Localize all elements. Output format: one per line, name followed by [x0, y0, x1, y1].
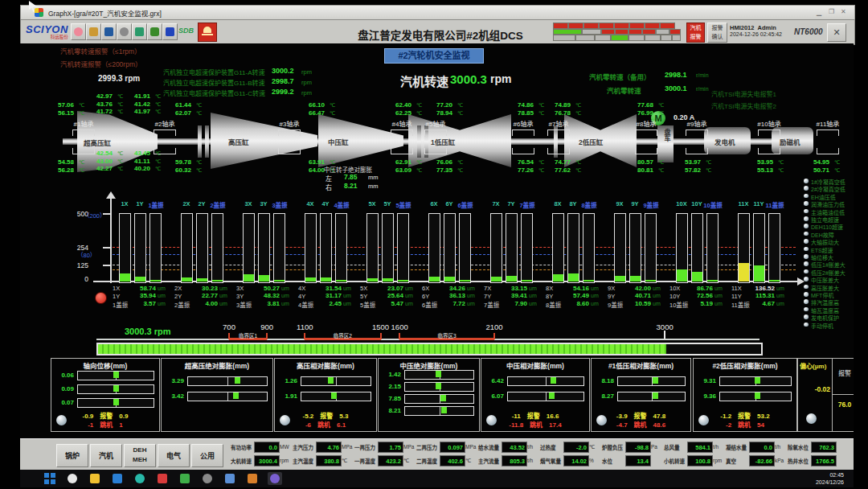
gear-icon-glyph	[120, 27, 129, 36]
bearing-bracket-bot-11	[817, 148, 839, 154]
temp-unit: ℃	[457, 159, 463, 166]
maximize-icon[interactable]: ❐	[829, 8, 834, 15]
tools-icon[interactable]	[86, 23, 101, 40]
bearing-label-11: #11轴承	[814, 119, 841, 126]
vib-bar-fill	[677, 269, 687, 281]
zero-backup-value: 2998.1	[665, 71, 687, 79]
panel-row-bar	[301, 392, 371, 401]
vib-val-unit: um	[529, 301, 537, 306]
panel-trip-row: -2跳机54	[694, 420, 796, 428]
alarm-grid-cell	[553, 23, 568, 29]
taskbar-app-icon-0[interactable]	[65, 472, 80, 485]
bearing-10-bottom-temp: 55.13℃	[757, 166, 792, 174]
trip-label: 跳机	[317, 421, 330, 429]
session-date: 2024-12-26	[730, 31, 759, 37]
vib-bar-fill	[491, 277, 502, 281]
vib-val-number: 36.13	[438, 292, 465, 299]
minimize-icon[interactable]: ▁	[817, 9, 821, 16]
temp-unit: ℃	[155, 166, 161, 172]
nav-button-电气[interactable]: 电气	[158, 444, 190, 467]
taskbar-app-icon-5[interactable]	[178, 472, 192, 485]
alarm-grid-cell	[628, 35, 645, 41]
param-value: -2.0	[564, 444, 587, 451]
param-unit: ℃	[465, 458, 478, 465]
start-button[interactable]	[44, 473, 55, 484]
ets-item-label: 手动停机	[811, 322, 833, 330]
close-screen-button[interactable]: ✕	[827, 23, 846, 42]
alarm-ack-button[interactable]: 报警 确认	[707, 23, 727, 43]
gear-icon[interactable]	[117, 23, 132, 40]
bearing-bracket-top-1	[72, 129, 95, 136]
ets-indicator-circle	[804, 209, 809, 214]
temp-unit: ℃	[575, 110, 581, 117]
bell-base	[202, 34, 213, 35]
temp-unit: ℃	[117, 93, 123, 100]
ets-indicator-circle	[804, 269, 809, 274]
nav-button-DEHMEH[interactable]: DEHMEH	[124, 444, 156, 467]
screen-icon[interactable]	[132, 23, 147, 40]
vib-val-number: 22.77	[190, 292, 218, 299]
vib-val-number: 4.00	[190, 300, 218, 307]
monitor-icon[interactable]	[101, 23, 117, 40]
alarm-high: 16.6	[547, 413, 559, 420]
taskbar-app-icon-7[interactable]	[223, 472, 237, 485]
panel-row-bar	[187, 392, 268, 401]
close-window-icon[interactable]: ✕	[841, 8, 846, 15]
param-value: 3000.4	[255, 458, 277, 465]
bearing-3-top-temp: 66.10℃	[309, 101, 344, 109]
turbine-alarm-box[interactable]: 汽机 报警	[686, 23, 705, 43]
vib-val-unit: um	[281, 301, 289, 306]
ja-icon[interactable]	[162, 23, 178, 40]
param-unit: MW	[280, 444, 293, 451]
bearing-bracket-top-3	[278, 129, 301, 136]
bearing-5-top-temp: 78.94℃	[436, 109, 472, 117]
param-value: 762.3	[812, 444, 834, 451]
param-value: 1.75	[379, 444, 401, 451]
bar-center-tick	[227, 377, 228, 385]
vib-val-unit: um	[776, 301, 784, 306]
sdb-label[interactable]: SDB	[178, 27, 196, 38]
taskbar-app-icon-9[interactable]	[268, 472, 282, 485]
temp-value: 53.97	[685, 158, 701, 166]
bearing-2-bottom-temp: 59.78℃	[175, 158, 211, 166]
vib-bar-fill	[754, 265, 764, 281]
alarm-grid-cell	[582, 29, 601, 35]
alarm-label: 报警	[527, 413, 540, 420]
temp-unit: ℃	[457, 102, 463, 109]
vib-val-unit: um	[467, 293, 475, 298]
param-value-box: 380.8	[316, 455, 342, 466]
panel-status-circle	[486, 415, 497, 425]
taskbar-app-icon-6[interactable]	[200, 472, 215, 485]
speed-unit: rpm	[490, 72, 511, 85]
param-value-box: 0.0	[254, 442, 280, 453]
vib-val-number: 50.27	[252, 285, 280, 292]
taskbar-app-icon-4[interactable]	[155, 472, 170, 485]
nav-button-汽机[interactable]: 汽机	[90, 444, 122, 467]
taskbar-app-icon-2[interactable]	[110, 472, 125, 485]
alarm-bell-button[interactable]	[198, 23, 217, 42]
bearing-4-bottom-temp: 63.09℃	[395, 166, 431, 174]
book-icon[interactable]	[147, 23, 162, 40]
taskbar-app-icon-8[interactable]	[245, 472, 260, 485]
vib-bar-10X	[676, 213, 688, 283]
vib-bar-fill	[506, 276, 517, 281]
overspeed-value-1: 2998.7	[272, 77, 294, 85]
vib-bar-9盖振	[645, 213, 657, 283]
param-unit: t/h	[527, 458, 540, 465]
trip-high: 48.6	[653, 421, 666, 429]
bearing-label-2: #2轴承	[151, 119, 178, 126]
start-glyph	[51, 473, 55, 478]
temp-value: 41.91	[134, 92, 150, 100]
uhp-bottom-right-temp: 40.20℃	[134, 165, 170, 172]
temp-unit: ℃	[416, 159, 422, 166]
alarm-grid-cell	[661, 35, 672, 41]
panel-alarm-row: -5.2报警5.3	[275, 411, 376, 419]
taskbar-app-icon-1[interactable]	[88, 472, 102, 485]
users-icon[interactable]	[71, 23, 86, 40]
temp-value: 76.06	[436, 158, 452, 166]
nav-button-锅炉[interactable]: 锅炉	[56, 444, 88, 467]
taskbar-app-icon-3[interactable]	[133, 472, 147, 485]
nav-button-公用[interactable]: 公用	[191, 444, 223, 467]
vib-bar-label-3盖振: 3盖振	[268, 200, 292, 208]
bearing-bracket-top-11	[817, 129, 839, 136]
